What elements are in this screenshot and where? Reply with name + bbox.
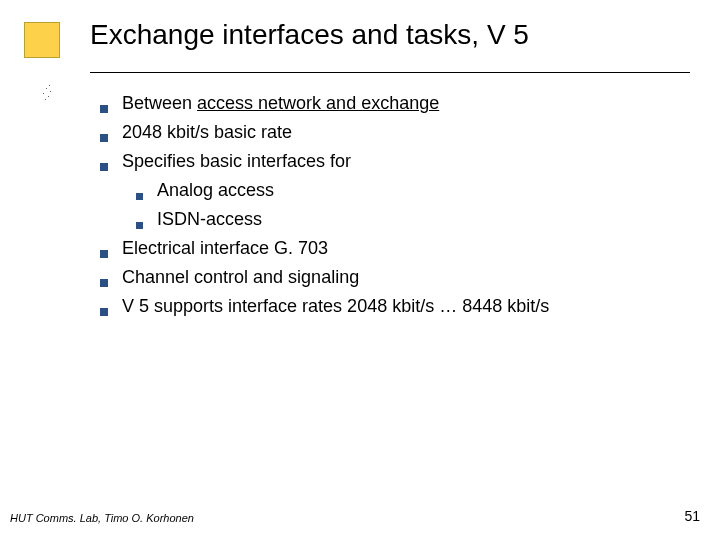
bullet-item-2: 2048 kbit/s basic rate	[100, 119, 680, 146]
square-bullet-icon	[100, 308, 108, 316]
sub-bullet-item-1: Analog access	[136, 177, 680, 204]
square-bullet-icon	[100, 134, 108, 142]
sub-bullet-item-2: ISDN-access	[136, 206, 680, 233]
slide-body: Between access network and exchange 2048…	[100, 90, 680, 322]
slide-number: 51	[684, 508, 700, 524]
bullet-text: Between access network and exchange	[122, 90, 680, 117]
square-bullet-icon	[100, 250, 108, 258]
square-bullet-icon	[136, 222, 143, 229]
bullet-item-5: Channel control and signaling	[100, 264, 680, 291]
bullet-item-3: Specifies basic interfaces for	[100, 148, 680, 175]
bullet-item-4: Electrical interface G. 703	[100, 235, 680, 262]
bullet-item-1: Between access network and exchange	[100, 90, 680, 117]
title-accent-square	[24, 22, 60, 58]
bullet-text: Electrical interface G. 703	[122, 235, 680, 262]
bullet-text: Analog access	[157, 177, 680, 204]
bullet-text: V 5 supports interface rates 2048 kbit/s…	[122, 293, 680, 320]
square-bullet-icon	[100, 163, 108, 171]
square-bullet-icon	[100, 279, 108, 287]
footer-attribution: HUT Comms. Lab, Timo O. Korhonen	[10, 512, 194, 524]
bullet-text: Specifies basic interfaces for	[122, 148, 680, 175]
bullet-text: Channel control and signaling	[122, 264, 680, 291]
bullet-text: ISDN-access	[157, 206, 680, 233]
slide-title: Exchange interfaces and tasks, V 5	[90, 20, 690, 73]
bullet-text-pre: Between	[122, 93, 197, 113]
square-bullet-icon	[100, 105, 108, 113]
bullet-text: 2048 kbit/s basic rate	[122, 119, 680, 146]
slide: Exchange interfaces and tasks, V 5 Betwe…	[0, 0, 720, 540]
bullet-item-6: V 5 supports interface rates 2048 kbit/s…	[100, 293, 680, 320]
bullet-text-underlined: access network and exchange	[197, 93, 439, 113]
square-bullet-icon	[136, 193, 143, 200]
decorative-dots	[41, 85, 51, 125]
